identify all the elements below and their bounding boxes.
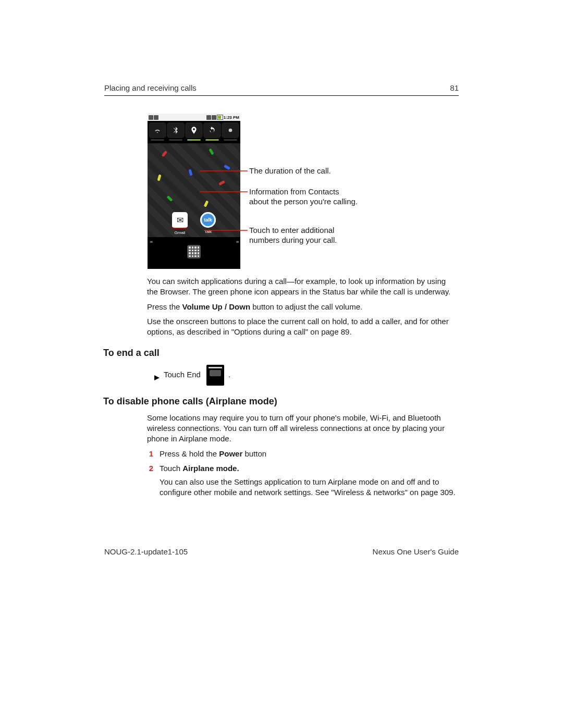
status-clock: 1:23 PM [224, 115, 239, 120]
status-battery-icon [217, 115, 223, 120]
doc-title: Nexus One User's Guide [373, 547, 459, 556]
app-label: Talk [199, 229, 217, 234]
body-content: You can switch applications during a cal… [147, 276, 457, 502]
airplane-intro: Some locations may require you to turn o… [147, 413, 457, 445]
bullet-text: Touch End [164, 369, 201, 380]
app-gmail: ✉︎ Gmail [170, 212, 189, 235]
page-dots: •••• [148, 239, 240, 246]
app-talk: talk Talk [199, 212, 217, 235]
bluetooth-toggle [167, 122, 185, 138]
sync-toggle [203, 122, 221, 138]
phone-screenshot: 1:23 PM [148, 114, 240, 269]
step-body: Touch Airplane mode. You can also use th… [160, 463, 457, 498]
status-bar: 1:23 PM [148, 114, 240, 121]
callout-1: The duration of the call. [249, 166, 359, 176]
manual-page: Placing and receiving calls 81 1:23 PM [0, 0, 563, 728]
status-mail-icon [154, 115, 158, 120]
status-3g-icon [206, 115, 211, 120]
para-2: Press the Volume Up / Down button to adj… [147, 302, 457, 312]
page-footer: NOUG-2.1-update1-105 Nexus One User's Gu… [104, 547, 459, 556]
para-1: You can switch applications during a cal… [147, 276, 457, 298]
app-label: Gmail [170, 230, 189, 235]
step-body: Press & hold the Power button [160, 449, 457, 459]
triangle-bullet-icon [154, 373, 160, 378]
brightness-toggle [222, 122, 239, 138]
steps: 1 Press & hold the Power button 2 Touch … [147, 449, 457, 498]
status-signal-icon [212, 115, 216, 120]
step-1: 1 Press & hold the Power button [147, 449, 457, 459]
callout-3: Touch to enter additional numbers during… [249, 226, 359, 245]
step-2-detail: You can also use the Settings applicatio… [160, 477, 457, 498]
section-heading-end-call: To end a call [103, 347, 413, 359]
callout-2: Information from Contacts about the pers… [249, 187, 359, 207]
app-drawer-icon [187, 245, 201, 258]
power-control-widget [148, 121, 240, 141]
doc-id: NOUG-2.1-update1-105 [104, 547, 188, 556]
page-number: 81 [450, 83, 459, 92]
gmail-icon: ✉︎ [172, 212, 188, 229]
step-number: 2 [147, 463, 153, 498]
wifi-toggle [149, 122, 166, 138]
page-header: Placing and receiving calls 81 [104, 83, 459, 96]
section-heading-airplane: To disable phone calls (Airplane mode) [103, 395, 413, 408]
bullet-touch-end: Touch End . [154, 365, 457, 386]
section-title: Placing and receiving calls [104, 83, 197, 92]
gps-toggle [185, 122, 203, 138]
step-number: 1 [147, 449, 153, 459]
para-3: Use the onscreen buttons to place the cu… [147, 316, 457, 338]
talk-icon: talk [200, 212, 216, 228]
end-call-icon [206, 365, 224, 386]
home-app-row: ✉︎ Gmail talk Talk [148, 212, 240, 235]
step-2: 2 Touch Airplane mode. You can also use … [147, 463, 457, 498]
bullet-period: . [228, 369, 230, 380]
home-wallpaper: ✉︎ Gmail talk Talk [148, 143, 240, 237]
status-sim-icon [149, 115, 153, 120]
svg-marker-3 [154, 375, 160, 380]
